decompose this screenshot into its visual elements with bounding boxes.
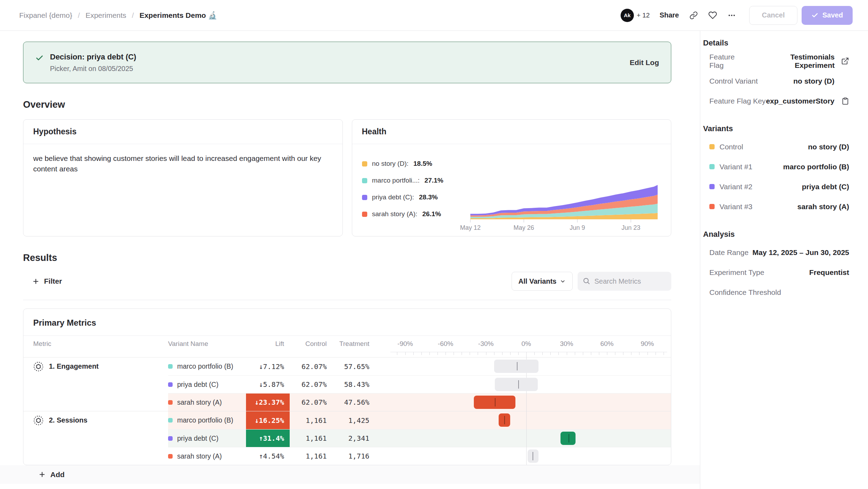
- details-section: Details Feature FlagTestimonials Experim…: [703, 38, 849, 111]
- copy-link-icon[interactable]: [689, 11, 698, 20]
- breadcrumb-item-1[interactable]: Experiments: [86, 11, 126, 20]
- lift-axis-ticks: [23, 352, 671, 357]
- details-title: Details: [703, 38, 849, 48]
- plus-icon: [32, 278, 39, 285]
- sidebar-variant-row: Controlno story (D): [703, 137, 849, 157]
- decision-banner: Decision: priya debt (C) Picker, Amit on…: [23, 42, 671, 83]
- clipboard-icon[interactable]: [840, 97, 849, 105]
- detail-value: no story (D): [793, 77, 834, 85]
- metric-name: 1. Engagement: [49, 362, 99, 370]
- axis-tick: [648, 352, 648, 355]
- variant-color-chip: [709, 184, 715, 189]
- variant-row-value: no story (D): [808, 143, 849, 151]
- variant-color-chip: [168, 418, 173, 423]
- legend-label: priya debt (C):: [372, 193, 414, 201]
- main-content: Decision: priya debt (C) Picker, Amit on…: [0, 31, 700, 489]
- axis-label: 30%: [551, 340, 583, 348]
- lift-value: ↓23.37%: [246, 393, 290, 411]
- details-sidebar: Details Feature FlagTestimonials Experim…: [700, 31, 868, 489]
- detail-label: Control Variant: [709, 77, 758, 85]
- axis-label: 0%: [511, 340, 542, 348]
- variant-name: marco portfolio (B): [177, 416, 233, 424]
- analysis-value: Frequentist: [809, 268, 849, 277]
- legend-value: 27.1%: [425, 177, 443, 184]
- external-link-icon[interactable]: [840, 57, 849, 65]
- axis-tick: [615, 352, 615, 355]
- axis-tick: [534, 352, 535, 355]
- plus-icon: [38, 471, 46, 478]
- metric-cell: 2. Sessions: [23, 411, 168, 465]
- table-row-variant[interactable]: priya debt (C): [168, 429, 246, 447]
- avatar[interactable]: Ak: [621, 9, 634, 22]
- confidence-interval-cell: [375, 375, 671, 393]
- table-row-variant[interactable]: sarah story (A): [168, 393, 246, 411]
- detail-label: Feature Flag Key: [709, 97, 766, 105]
- breadcrumb: Fixpanel {demo}/Experiments/Experiments …: [19, 11, 217, 20]
- edit-log-button[interactable]: Edit Log: [630, 58, 659, 67]
- treatment-value: 57.65%: [332, 357, 375, 375]
- decision-subtitle: Picker, Amit on 08/05/2025: [50, 65, 136, 73]
- search-metrics-input[interactable]: [578, 272, 671, 291]
- variant-row-value: priya debt (C): [802, 183, 849, 191]
- favorite-heart-icon[interactable]: [708, 11, 717, 20]
- axis-tick: [558, 352, 559, 355]
- table-header: Metric Variant Name Lift Control Treatme…: [23, 336, 671, 352]
- axis-label: -60%: [430, 340, 461, 348]
- ci-mean-line: [518, 380, 519, 389]
- divider: [23, 300, 671, 300]
- variant-filter-dropdown[interactable]: All Variants: [512, 272, 573, 291]
- table-row-variant[interactable]: sarah story (A): [168, 447, 246, 465]
- confidence-interval-bar[interactable]: [474, 396, 515, 409]
- breadcrumb-item-2[interactable]: Experiments Demo 🔬: [139, 11, 217, 20]
- lift-value: ↓5.87%: [246, 375, 290, 393]
- confidence-interval-bar[interactable]: [560, 432, 575, 445]
- lift-value: ↑4.54%: [246, 447, 290, 465]
- control-value: 1,161: [290, 447, 332, 465]
- analysis-label: Confidence Threshold: [709, 288, 781, 297]
- variant-color-chip: [168, 436, 173, 441]
- legend-value: 28.3%: [419, 193, 438, 201]
- confidence-interval-bar[interactable]: [494, 360, 538, 373]
- svg-text:May 26: May 26: [514, 224, 534, 231]
- control-value: 1,161: [290, 429, 332, 447]
- axis-tick: [494, 352, 494, 355]
- axis-tick: [542, 352, 543, 355]
- results-heading: Results: [23, 253, 700, 263]
- axis-tick: [462, 352, 462, 355]
- topbar-actions: Ak + 12 Share Cancel Saved: [621, 6, 853, 25]
- collaborators-count[interactable]: + 12: [637, 12, 650, 19]
- axis-tick: [478, 352, 478, 355]
- axis-tick: [567, 352, 567, 355]
- add-metric-button[interactable]: Add: [0, 465, 700, 484]
- confidence-interval-bar[interactable]: [495, 378, 538, 391]
- variant-color-chip: [709, 164, 715, 169]
- metric-target-icon: [33, 415, 44, 426]
- confidence-interval-cell: [375, 357, 671, 375]
- legend-color-chip: [362, 178, 367, 183]
- confidence-interval-bar[interactable]: [528, 449, 538, 463]
- more-menu-icon[interactable]: [728, 11, 736, 20]
- axis-tick: [429, 352, 430, 355]
- control-value: 1,161: [290, 411, 332, 429]
- ci-mean-line: [495, 398, 496, 406]
- add-filter-button[interactable]: Filter: [23, 277, 62, 285]
- table-row-variant[interactable]: marco portfolio (B): [168, 411, 246, 429]
- col-metric: Metric: [23, 340, 168, 348]
- lift-axis-labels: -90%-60%-30%0%30%60%90%: [375, 336, 671, 352]
- axis-label: -90%: [390, 340, 421, 348]
- confidence-interval-bar[interactable]: [499, 413, 510, 427]
- table-row-variant[interactable]: marco portfolio (B): [168, 357, 246, 375]
- table-row-variant[interactable]: priya debt (C): [168, 375, 246, 393]
- sidebar-analysis-row: Date RangeMay 12, 2025 – Jun 30, 2025: [703, 242, 849, 262]
- svg-text:Jun 23: Jun 23: [621, 224, 640, 231]
- analysis-section: Analysis Date RangeMay 12, 2025 – Jun 30…: [703, 230, 849, 302]
- axis-tick: [421, 352, 422, 355]
- breadcrumb-item-0[interactable]: Fixpanel {demo}: [19, 11, 72, 20]
- primary-metrics-card: Primary Metrics Metric Variant Name Lift…: [23, 309, 671, 465]
- control-value: 62.07%: [290, 393, 332, 411]
- ci-mean-line: [533, 452, 533, 460]
- share-button[interactable]: Share: [659, 11, 679, 19]
- cancel-button[interactable]: Cancel: [749, 6, 797, 25]
- saved-button[interactable]: Saved: [802, 6, 853, 25]
- axis-tick: [518, 352, 519, 355]
